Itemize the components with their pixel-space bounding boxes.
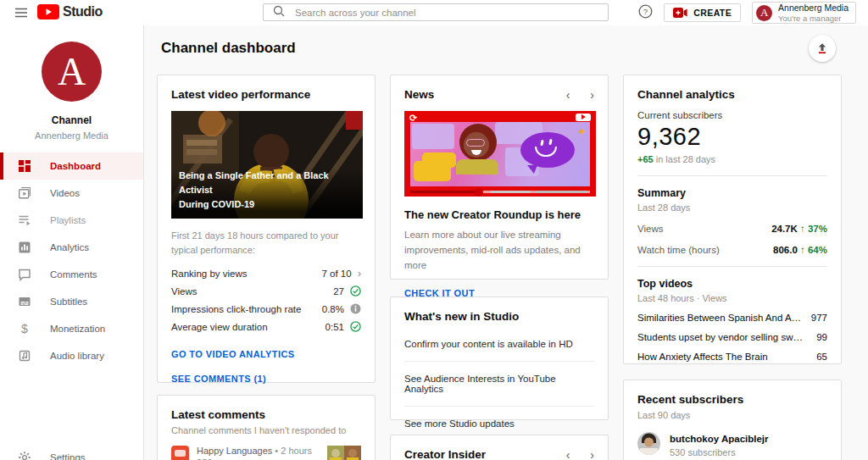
check-circle-icon xyxy=(350,285,361,297)
account-chip[interactable]: A Annenberg Media You're a manager xyxy=(752,2,856,24)
sidebar-item-monetization[interactable]: $ Monetization xyxy=(0,315,143,342)
monetization-icon: $ xyxy=(18,322,31,335)
go-to-video-analytics-link[interactable]: GO TO VIDEO ANALYTICS xyxy=(171,349,361,359)
upload-video-button[interactable] xyxy=(809,35,836,62)
stat-row-ranking[interactable]: Ranking by views 7 of 10 › xyxy=(171,264,361,282)
youtube-studio-logo[interactable]: Studio xyxy=(37,4,103,19)
sidebar-menu: Dashboard Videos Playlists Analytics Com… xyxy=(0,152,143,369)
sidebar-item-comments[interactable]: Comments xyxy=(0,261,143,288)
subscriber-name: butchokoy Apaciblejr xyxy=(670,434,769,444)
news-banner-image[interactable]: ✦ ⟳ xyxy=(404,111,596,197)
commenter-name[interactable]: Happy Languages xyxy=(197,446,272,456)
create-video-icon xyxy=(673,8,687,18)
news-description: Learn more about our live streaming impr… xyxy=(404,228,594,273)
sidebar-item-label: Subtitles xyxy=(50,297,87,307)
channel-name: Annenberg Media xyxy=(0,130,143,141)
top-videos-title: Top videos xyxy=(637,278,827,290)
sidebar-item-dashboard[interactable]: Dashboard xyxy=(0,152,143,180)
performance-intro: First 21 days 18 hours compared to your … xyxy=(171,229,361,257)
svg-text:$: $ xyxy=(21,322,28,335)
sidebar-item-playlists[interactable]: Playlists xyxy=(0,207,143,234)
top-videos-period: Last 48 hours · Views xyxy=(637,293,827,303)
subscriber-row[interactable]: butchokoy Apaciblejr 530 subscribers xyxy=(637,432,827,458)
card-subtitle: Channel comments I haven't responded to xyxy=(171,425,361,435)
create-button[interactable]: CREATE xyxy=(664,3,741,22)
channel-label: Channel xyxy=(0,114,143,126)
sidebar-item-label: Audio library xyxy=(50,351,104,361)
sidebar-item-label: Dashboard xyxy=(50,161,101,171)
news-headline[interactable]: The new Creator Roundup is here xyxy=(404,208,594,221)
subtitles-icon xyxy=(18,295,31,308)
creator-insider-prev-icon[interactable]: ‹ xyxy=(566,449,570,460)
video-progress-bar[interactable] xyxy=(410,191,590,194)
top-video-row[interactable]: How Anxiety Affects The Brain 65 xyxy=(637,352,827,362)
youtube-badge-icon xyxy=(576,114,591,121)
svg-text:?: ? xyxy=(643,7,648,16)
help-icon[interactable]: ? xyxy=(638,4,653,22)
creator-insider-next-icon[interactable]: › xyxy=(590,449,594,460)
sidebar-item-label: Comments xyxy=(50,269,97,280)
sidebar-item-analytics[interactable]: Analytics xyxy=(0,234,143,261)
sidebar-item-label: Monetization xyxy=(50,324,105,334)
account-role: You're a manager xyxy=(778,14,849,23)
latest-video-performance-card: Latest video performance xyxy=(157,75,376,383)
commenter-avatar xyxy=(171,446,189,460)
comment-video-thumbnail xyxy=(327,446,361,460)
latest-video-thumbnail[interactable]: Being a Single Father and a Black Activi… xyxy=(171,111,363,219)
sidebar-item-label: Playlists xyxy=(50,215,86,225)
dashboard-icon xyxy=(18,159,31,173)
refresh-icon: ⟳ xyxy=(409,113,417,124)
search-icon xyxy=(273,5,285,20)
card-title: Creator Insider xyxy=(404,448,486,460)
stat-row-ctr: Impressions click-through rate 0.8% xyxy=(171,300,361,318)
upload-icon xyxy=(815,42,829,55)
youtube-play-icon xyxy=(37,4,59,19)
comment-row[interactable]: Happy Languages • 2 hours ago Really int… xyxy=(171,446,361,460)
card-title: What's new in Studio xyxy=(404,310,594,323)
analytics-icon xyxy=(18,241,31,254)
summary-row-views: Views 24.7K ↑ 37% xyxy=(637,224,827,234)
videos-icon xyxy=(18,186,31,200)
search-bar[interactable] xyxy=(263,3,609,21)
settings-gear-icon xyxy=(18,451,31,460)
top-video-row[interactable]: Similarities Between Spanish And Arabic … xyxy=(637,313,827,323)
news-illustration: ✦ xyxy=(410,122,590,186)
sidebar-item-label: Settings xyxy=(50,452,86,460)
subscriber-delta: +65 in last 28 days xyxy=(637,154,827,164)
trend-up-icon: ↑ xyxy=(800,245,805,255)
whats-new-item[interactable]: See Audience Interests in YouTube Analyt… xyxy=(404,362,594,407)
stat-row-duration: Average view duration 0:51 xyxy=(171,318,361,335)
news-prev-icon[interactable]: ‹ xyxy=(566,89,570,101)
channel-avatar[interactable]: A xyxy=(42,42,102,102)
sidebar-item-subtitles[interactable]: Subtitles xyxy=(0,288,143,315)
page-title: Channel dashboard xyxy=(161,40,296,57)
news-next-icon[interactable]: › xyxy=(590,89,594,101)
card-title: Latest video performance xyxy=(171,88,361,101)
sparkle-icon: ✦ xyxy=(577,125,587,138)
video-title-overlay: Being a Single Father and a Black Activi… xyxy=(179,169,363,212)
sidebar-item-videos[interactable]: Videos xyxy=(0,180,143,207)
card-title: Latest comments xyxy=(171,408,361,421)
summary-period: Last 28 days xyxy=(637,202,827,213)
sidebar-item-audio-library[interactable]: Audio library xyxy=(0,342,143,369)
top-video-row[interactable]: Students upset by vendor selling swastik… xyxy=(637,332,827,342)
sidebar-item-settings[interactable]: Settings xyxy=(0,444,143,460)
menu-icon[interactable] xyxy=(14,5,29,24)
main-content: Channel dashboard Latest video performan… xyxy=(144,25,868,460)
trend-up-icon: ↑ xyxy=(800,224,805,234)
see-comments-link[interactable]: SEE COMMENTS (1) xyxy=(171,374,361,384)
card-title: Recent subscribers xyxy=(637,393,827,406)
divider xyxy=(637,175,827,176)
news-card: News ‹ › xyxy=(390,75,609,280)
creator-insider-card: Creator Insider ‹ › xyxy=(390,435,609,460)
account-avatar: A xyxy=(756,5,772,21)
account-name: Annenberg Media xyxy=(778,3,849,14)
recent-subscribers-card: Recent subscribers Last 90 days butchoko… xyxy=(623,380,842,460)
logo-text: Studio xyxy=(63,4,103,19)
whats-new-item[interactable]: Confirm your content is available in HD xyxy=(404,327,594,362)
sidebar-item-label: Videos xyxy=(50,188,80,198)
search-input[interactable] xyxy=(295,8,608,18)
recent-subscribers-period: Last 90 days xyxy=(637,410,827,420)
subscriber-count: 530 subscribers xyxy=(670,447,769,457)
divider xyxy=(637,266,827,267)
